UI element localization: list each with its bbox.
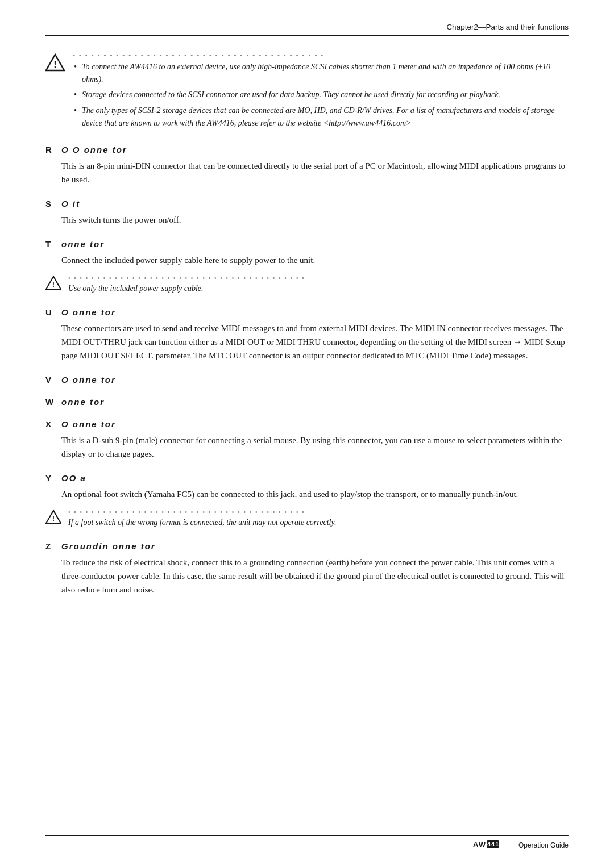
section-s-header: S O it <box>45 199 569 208</box>
page-header: Chapter2—Parts and their functions <box>45 23 569 36</box>
bottom-warning-box: ! • • • • • • • • • • • • • • • • • • • … <box>45 509 569 529</box>
svg-text:AW: AW <box>473 840 486 849</box>
section-r-header: R O O onne tor <box>45 145 569 155</box>
section-w-letter: W <box>45 397 61 407</box>
section-t-letter: T <box>45 239 61 249</box>
warning-icon-top: ! <box>45 53 65 72</box>
section-x-letter: X <box>45 419 61 429</box>
middle-warning-text: Use only the included power supply cable… <box>68 282 305 295</box>
section-t-label: onne tor <box>61 239 105 249</box>
warning-icon-bottom: ! <box>45 509 61 525</box>
top-warning-content: • • • • • • • • • • • • • • • • • • • • … <box>73 52 569 132</box>
section-r-label: O O onne tor <box>61 145 127 155</box>
footer-logo: AW 4416 <box>473 839 514 851</box>
section-z-body: To reduce the risk of electrical shock, … <box>61 556 569 596</box>
svg-text:!: ! <box>52 515 55 523</box>
bottom-rule <box>45 835 569 836</box>
warning-item-3: The only types of SCSI-2 storage devices… <box>73 105 569 129</box>
top-warning-text: To connect the AW4416 to an external dev… <box>73 61 569 129</box>
top-warning-box: ! • • • • • • • • • • • • • • • • • • • … <box>45 52 569 132</box>
section-u-header: U O onne tor <box>45 307 569 317</box>
warning-item-1: To connect the AW4416 to an external dev… <box>73 61 569 85</box>
section-t-header: T onne tor <box>45 239 569 249</box>
section-v-letter: V <box>45 375 61 385</box>
section-s-label: O it <box>61 199 80 208</box>
warning-icon-middle: ! <box>45 275 61 291</box>
section-s-letter: S <box>45 199 61 208</box>
section-u-label: O onne tor <box>61 307 116 317</box>
svg-text:!: ! <box>53 60 56 69</box>
aw4416-logo-svg: AW 4416 <box>473 839 514 849</box>
section-u-body: These connectors are used to send and re… <box>61 322 569 362</box>
bottom-warning-content: • • • • • • • • • • • • • • • • • • • • … <box>68 509 336 529</box>
top-warning-list: To connect the AW4416 to an external dev… <box>73 61 569 129</box>
page-footer: AW 4416 Operation Guide <box>473 839 569 851</box>
section-s-body: This switch turns the power on/off. <box>61 213 569 227</box>
section-x-label: O onne tor <box>61 419 116 429</box>
section-y-body: An optional foot switch (Yamaha FC5) can… <box>61 487 569 501</box>
page: Chapter2—Parts and their functions ! • •… <box>0 0 614 868</box>
section-t-body: Connect the included power supply cable … <box>61 253 569 267</box>
svg-text:4416: 4416 <box>487 841 503 848</box>
section-y-letter: Y <box>45 473 61 483</box>
section-y-label: OO a <box>61 473 86 483</box>
section-u-letter: U <box>45 307 61 317</box>
section-w-label: onne tor <box>61 397 105 407</box>
section-v-label: O onne tor <box>61 375 116 385</box>
section-x-header: X O onne tor <box>45 419 569 429</box>
warning-item-2: Storage devices connected to the SCSI co… <box>73 89 569 101</box>
section-r-body: This is an 8-pin mini-DIN connector that… <box>61 159 569 186</box>
section-z-header: Z Groundin onne tor <box>45 541 569 551</box>
section-r-letter: R <box>45 145 61 155</box>
section-w-header: W onne tor <box>45 397 569 407</box>
middle-warning-box: ! • • • • • • • • • • • • • • • • • • • … <box>45 275 569 295</box>
chapter-title: Chapter2—Parts and their functions <box>446 23 569 31</box>
section-z-letter: Z <box>45 541 61 551</box>
section-v-header: V O onne tor <box>45 375 569 385</box>
section-y-header: Y OO a <box>45 473 569 483</box>
footer-operation-guide: Operation Guide <box>518 841 569 849</box>
section-z-label: Groundin onne tor <box>61 541 156 551</box>
svg-text:!: ! <box>52 281 55 289</box>
middle-warning-dots: • • • • • • • • • • • • • • • • • • • • … <box>68 275 305 281</box>
middle-warning-content: • • • • • • • • • • • • • • • • • • • • … <box>68 275 305 295</box>
bottom-warning-text: If a foot switch of the wrong format is … <box>68 516 336 529</box>
warning-dots-top: • • • • • • • • • • • • • • • • • • • • … <box>73 52 569 59</box>
bottom-warning-dots: • • • • • • • • • • • • • • • • • • • • … <box>68 509 336 515</box>
section-x-body: This is a D-sub 9-pin (male) connector f… <box>61 433 569 461</box>
